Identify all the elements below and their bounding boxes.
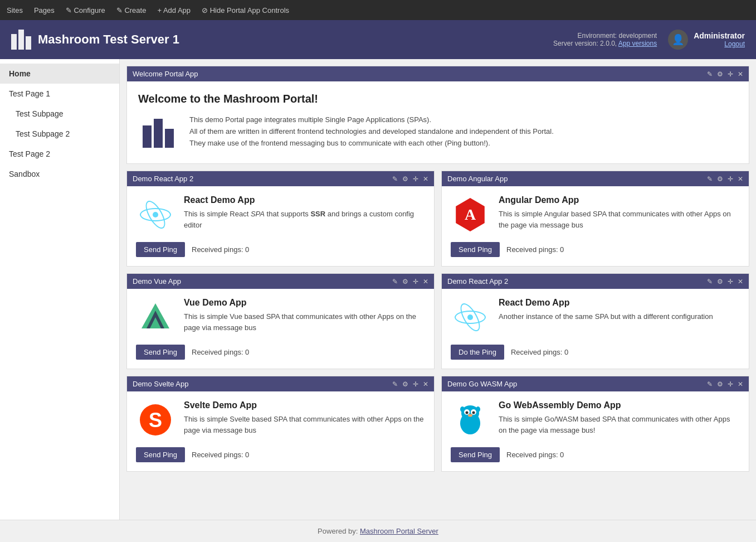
app-card-svelte-controls: ✎ ⚙ ✛ ✕ xyxy=(392,380,428,388)
main-content: Welcome Portal App ✎ ⚙ ✛ ✕ Welcome to th… xyxy=(120,59,756,520)
nav-add-app[interactable]: + Add App xyxy=(157,6,191,14)
welcome-title: Welcome to the Mashroom Portal! xyxy=(138,93,738,105)
welcome-content: This demo Portal page integrates multipl… xyxy=(138,114,738,152)
svelte-ping-button[interactable]: Send Ping xyxy=(136,447,185,462)
app-card-go-body: Go WebAssembly Demo App This is simple G… xyxy=(442,391,749,471)
app-card-react-2-inner: React Demo App Another instance of the s… xyxy=(451,298,740,337)
go-close-icon[interactable]: ✕ xyxy=(738,380,743,388)
app-card-angular-inner: A Angular Demo App This is simple Angula… xyxy=(451,195,740,234)
angular-actions: Send Ping Received pings: 0 xyxy=(451,242,740,257)
welcome-line2: All of them are written in different fro… xyxy=(189,126,554,138)
welcome-edit-icon[interactable]: ✎ xyxy=(707,70,713,78)
app-card-react-2-controls: ✎ ⚙ ✛ ✕ xyxy=(707,278,743,285)
vue-ping-button[interactable]: Send Ping xyxy=(136,345,185,360)
angular-ping-button[interactable]: Send Ping xyxy=(451,242,500,257)
go-move-icon[interactable]: ✛ xyxy=(728,380,733,388)
go-icon xyxy=(451,400,490,439)
sidebar-item-test-page-1[interactable]: Test Page 1 xyxy=(0,84,119,104)
app-card-go-header: Demo Go WASM App ✎ ⚙ ✛ ✕ xyxy=(442,376,749,391)
footer-text: Powered by: xyxy=(318,527,358,535)
sidebar-item-home[interactable]: Home xyxy=(0,64,119,84)
server-version: Server version: 2.0.0, App versions xyxy=(553,40,657,47)
welcome-close-icon[interactable]: ✕ xyxy=(738,70,743,78)
vue-config-icon[interactable]: ⚙ xyxy=(402,278,408,285)
app-versions-link[interactable]: App versions xyxy=(618,40,657,47)
app-card-svelte-header: Demo Svelte App ✎ ⚙ ✛ ✕ xyxy=(127,376,434,391)
sidebar-item-sandbox[interactable]: Sandbox xyxy=(0,164,119,184)
app-card-go-controls: ✎ ⚙ ✛ ✕ xyxy=(707,380,743,388)
svelte-icon: S xyxy=(136,400,175,439)
header-left: Mashroom Test Server 1 xyxy=(11,30,179,50)
react2-move-icon[interactable]: ✛ xyxy=(728,278,733,285)
react-2-ping-count: Received pings: 0 xyxy=(511,348,568,356)
app-card-react-2: Demo React App 2 ✎ ⚙ ✛ ✕ xyxy=(441,273,749,369)
react-icon-2 xyxy=(451,298,490,337)
nav-create[interactable]: ✎ Create xyxy=(116,6,147,14)
nav-configure[interactable]: ✎ Configure xyxy=(66,6,105,14)
app-card-angular-title: Demo Angular App xyxy=(447,175,508,183)
angular-move-icon[interactable]: ✛ xyxy=(728,175,733,183)
react1-move-icon[interactable]: ✛ xyxy=(413,175,418,183)
angular-edit-icon[interactable]: ✎ xyxy=(707,175,713,183)
react2-config-icon[interactable]: ⚙ xyxy=(717,278,723,285)
react1-edit-icon[interactable]: ✎ xyxy=(392,175,398,183)
react2-edit-icon[interactable]: ✎ xyxy=(707,278,713,285)
nav-hide-controls[interactable]: ⊘ Hide Portal App Controls xyxy=(202,6,289,14)
user-avatar: 👤 xyxy=(668,30,688,50)
welcome-line3: They make use of the frontend messaging … xyxy=(189,138,554,149)
svelte-close-icon[interactable]: ✕ xyxy=(423,380,428,388)
angular-close-icon[interactable]: ✕ xyxy=(738,175,743,183)
app-card-svelte-inner: S Svelte Demo App This is simple Svelte … xyxy=(136,400,425,439)
nav-pages[interactable]: Pages xyxy=(34,6,55,14)
welcome-config-icon[interactable]: ⚙ xyxy=(717,70,723,78)
vue-edit-icon[interactable]: ✎ xyxy=(392,278,398,285)
go-edit-icon[interactable]: ✎ xyxy=(707,380,713,388)
react-1-desc: This is simple React SPA that supports S… xyxy=(184,209,425,230)
react1-config-icon[interactable]: ⚙ xyxy=(402,175,408,183)
svelte-desc: This is simple Svelte based SPA that com… xyxy=(184,414,425,435)
nav-sites[interactable]: Sites xyxy=(7,6,23,14)
sidebar-item-test-subpage-2[interactable]: Test Subpage 2 xyxy=(0,124,119,144)
svelte-actions: Send Ping Received pings: 0 xyxy=(136,447,425,462)
react2-close-icon[interactable]: ✕ xyxy=(738,278,743,285)
user-details: Administrator Logout xyxy=(694,31,745,48)
react-2-desc: Another instance of the same SPA but wit… xyxy=(499,311,713,322)
welcome-card-header: Welcome Portal App ✎ ⚙ ✛ ✕ xyxy=(127,66,749,81)
svg-point-10 xyxy=(472,411,475,414)
logout-link[interactable]: Logout xyxy=(694,40,745,48)
go-ping-button[interactable]: Send Ping xyxy=(451,447,500,462)
sidebar-item-test-subpage[interactable]: Test Subpage xyxy=(0,104,119,124)
svelte-edit-icon[interactable]: ✎ xyxy=(392,380,398,388)
react1-close-icon[interactable]: ✕ xyxy=(423,175,428,183)
angular-ping-count: Received pings: 0 xyxy=(506,245,564,254)
vue-app-title: Vue Demo App xyxy=(184,298,425,308)
angular-config-icon[interactable]: ⚙ xyxy=(717,175,723,183)
footer-link[interactable]: Mashroom Portal Server xyxy=(360,527,438,535)
welcome-card-title: Welcome Portal App xyxy=(133,70,198,78)
go-config-icon[interactable]: ⚙ xyxy=(717,380,723,388)
app-card-svelte-body: S Svelte Demo App This is simple Svelte … xyxy=(127,391,434,471)
svg-text:S: S xyxy=(149,409,162,432)
react-1-ping-button[interactable]: Send Ping xyxy=(136,242,185,257)
svg-point-9 xyxy=(465,411,468,414)
app-grid: Demo React App 2 ✎ ⚙ ✛ ✕ xyxy=(126,171,749,472)
app-card-angular-controls: ✎ ⚙ ✛ ✕ xyxy=(707,175,743,183)
welcome-card-controls: ✎ ⚙ ✛ ✕ xyxy=(707,70,743,78)
app-card-react-1-controls: ✎ ⚙ ✛ ✕ xyxy=(392,175,428,183)
angular-app-title: Angular Demo App xyxy=(499,195,740,205)
react-2-ping-button[interactable]: Do the Ping xyxy=(451,345,504,360)
app-card-angular-body: A Angular Demo App This is simple Angula… xyxy=(442,186,749,266)
svelte-move-icon[interactable]: ✛ xyxy=(413,380,418,388)
svelte-app-title: Svelte Demo App xyxy=(184,400,425,410)
vue-move-icon[interactable]: ✛ xyxy=(413,278,418,285)
svelte-config-icon[interactable]: ⚙ xyxy=(402,380,408,388)
vue-close-icon[interactable]: ✕ xyxy=(423,278,428,285)
react-icon-1 xyxy=(136,195,175,234)
app-card-vue-body: Vue Demo App This is simple Vue based SP… xyxy=(127,289,434,369)
top-navigation: Sites Pages ✎ Configure ✎ Create + Add A… xyxy=(0,0,756,20)
svelte-info: Svelte Demo App This is simple Svelte ba… xyxy=(184,400,425,435)
react-1-info: React Demo App This is simple React SPA … xyxy=(184,195,425,230)
sidebar-item-test-page-2[interactable]: Test Page 2 xyxy=(0,144,119,164)
welcome-move-icon[interactable]: ✛ xyxy=(728,70,733,78)
app-card-vue-title: Demo Vue App xyxy=(133,277,181,285)
